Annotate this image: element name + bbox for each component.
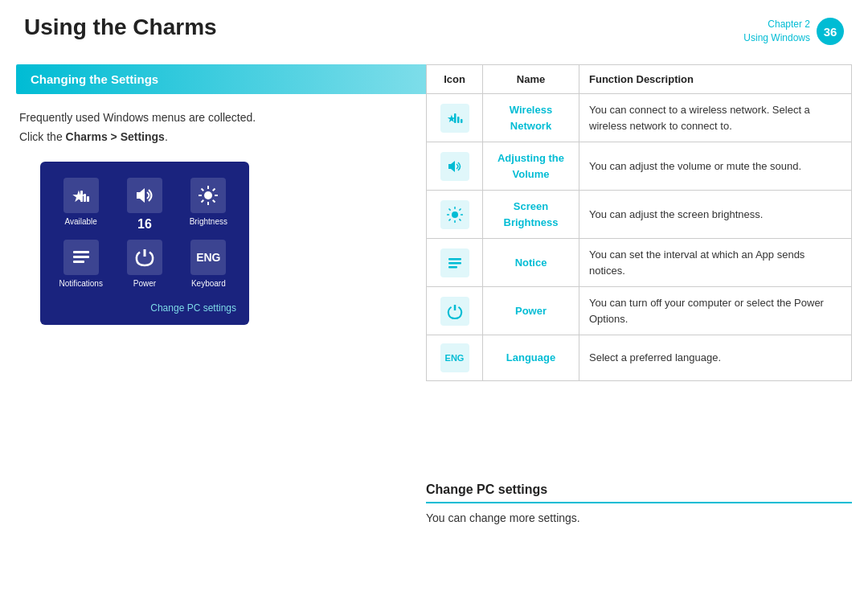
svg-rect-32 [448, 262, 461, 265]
change-pc-title: Change PC settings [426, 483, 852, 503]
change-pc-settings-link[interactable]: Change PC settings [53, 302, 236, 314]
row-desc-wireless: You can connect to a wireless network. S… [579, 94, 852, 142]
settings-item-power[interactable]: Power [117, 240, 172, 288]
volume-icon [127, 178, 162, 213]
table-row: Adjusting theVolume You can adjust the v… [427, 142, 852, 191]
svg-line-29 [459, 208, 461, 210]
col-header-name: Name [483, 65, 579, 94]
svg-line-11 [213, 199, 215, 202]
table-row: ★ WirelessNetwork You can connect to a w… [427, 94, 852, 142]
row-icon-cell [427, 191, 483, 239]
svg-line-30 [448, 219, 450, 220]
info-table: Icon Name Function Description ★ [426, 64, 852, 381]
svg-rect-14 [73, 251, 89, 253]
left-panel: Changing the Settings Frequently used Wi… [16, 64, 434, 325]
language-icon: ENG [440, 343, 469, 372]
svg-rect-15 [73, 256, 89, 258]
chapter-text: Chapter 2 Using Windows [743, 18, 810, 45]
svg-line-27 [448, 208, 450, 210]
chapter-badge: 36 [817, 18, 844, 45]
row-icon-cell: ENG [427, 335, 483, 381]
volume-table-icon [440, 152, 469, 181]
notifications-label: Notifications [59, 279, 102, 288]
change-pc-section: Change PC settings You can change more s… [426, 483, 852, 524]
row-icon-cell [427, 239, 483, 287]
volume-label: 16 [137, 217, 152, 232]
row-name-notice: Notice [483, 239, 579, 287]
wifi-label: Available [64, 217, 96, 226]
svg-rect-19 [457, 117, 460, 123]
row-name-brightness: ScreenBrightness [483, 191, 579, 239]
keyboard-icon: ENG [190, 240, 226, 275]
section-header: Changing the Settings [16, 64, 434, 94]
notice-icon [440, 248, 469, 277]
row-icon-cell [427, 287, 483, 335]
wireless-icon: ★ [440, 104, 469, 133]
svg-rect-18 [454, 113, 457, 123]
svg-point-22 [452, 211, 458, 218]
svg-rect-31 [448, 258, 461, 261]
settings-item-keyboard[interactable]: ENG Keyboard [181, 240, 236, 288]
settings-grid: ★ Available 16 [53, 178, 236, 288]
brightness-label: Brightness [190, 217, 227, 226]
settings-item-wifi[interactable]: ★ Available [53, 178, 108, 232]
svg-rect-3 [87, 196, 89, 202]
row-desc-volume: You can adjust the volume or mute the so… [579, 142, 852, 191]
page-title: Using the Charms [24, 14, 217, 40]
settings-item-notifications[interactable]: Notifications [53, 240, 108, 288]
keyboard-label: Keyboard [191, 279, 226, 288]
settings-item-brightness[interactable]: Brightness [181, 178, 236, 232]
table-row: ENG Language Select a preferred language… [427, 335, 852, 381]
row-desc-power: You can turn off your computer or select… [579, 287, 852, 335]
table-row: Notice You can set the interval at which… [427, 239, 852, 287]
right-panel: Icon Name Function Description ★ [426, 64, 852, 381]
svg-rect-1 [80, 191, 83, 202]
row-icon-cell: ★ [427, 94, 483, 142]
svg-rect-16 [73, 261, 84, 263]
row-icon-cell [427, 142, 483, 191]
svg-line-10 [202, 188, 204, 191]
col-header-function: Function Description [579, 65, 852, 94]
settings-panel: ★ Available 16 [40, 162, 249, 325]
svg-point-5 [204, 191, 212, 199]
svg-rect-2 [84, 194, 86, 202]
wifi-icon: ★ [63, 178, 99, 213]
row-name-power: Power [483, 287, 579, 335]
settings-item-volume[interactable]: 16 [117, 178, 172, 232]
power-label: Power [133, 279, 156, 288]
description-text: Frequently used Windows menus are collec… [16, 109, 434, 147]
row-name-volume: Adjusting theVolume [483, 142, 579, 191]
power-table-icon [440, 297, 469, 326]
svg-line-28 [459, 219, 461, 220]
svg-rect-20 [461, 119, 463, 123]
table-row: Power You can turn off your computer or … [427, 287, 852, 335]
table-row: ScreenBrightness You can adjust the scre… [427, 191, 852, 239]
power-icon [127, 240, 162, 275]
svg-marker-21 [448, 161, 455, 172]
row-name-wireless: WirelessNetwork [483, 94, 579, 142]
row-desc-language: Select a preferred language. [579, 335, 852, 381]
brightness-icon [190, 178, 226, 213]
chapter-info: Chapter 2 Using Windows 36 [743, 14, 844, 45]
col-header-icon: Icon [427, 65, 483, 94]
change-pc-desc: You can change more settings. [426, 511, 852, 524]
svg-marker-4 [137, 188, 145, 203]
page-header: Using the Charms Chapter 2 Using Windows… [0, 0, 868, 53]
row-desc-brightness: You can adjust the screen brightness. [579, 191, 852, 239]
row-desc-notice: You can set the interval at which an App… [579, 239, 852, 287]
svg-line-12 [213, 188, 215, 191]
row-name-language: Language [483, 335, 579, 381]
svg-rect-33 [448, 266, 457, 269]
notifications-icon [63, 240, 99, 275]
svg-line-13 [202, 199, 204, 202]
brightness-table-icon [440, 200, 469, 229]
